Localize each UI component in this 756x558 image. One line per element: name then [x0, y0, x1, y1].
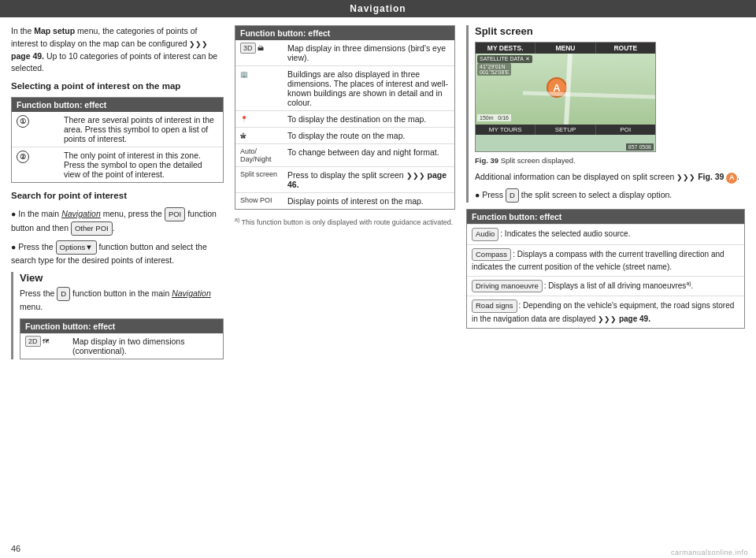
poi-row2-icon: ②: [12, 147, 59, 183]
options-button[interactable]: Options▼: [56, 240, 97, 255]
nav-route: ROUTE: [596, 43, 655, 54]
view-d-button[interactable]: D: [57, 287, 70, 301]
table-row: 3D 🏔 Map display in three dimensions (bi…: [235, 40, 454, 66]
select-title: Selecting a point of interest on the map: [11, 80, 224, 93]
table-row: 🏢 Buildings are also displayed in three …: [235, 66, 454, 111]
nav-setup: SETUP: [536, 125, 595, 135]
col-left: In the Map setup menu, the categories of…: [11, 25, 224, 550]
mid-route-text: To display the route on the map.: [283, 128, 454, 144]
table-row: ② The only point of interest in this zon…: [12, 147, 223, 183]
compass-label: Compass: [472, 248, 511, 261]
func-row-driving: Driving manoeuvre: Displays a list of al…: [467, 276, 744, 296]
nav-top-bar: MY DESTS. MENU ROUTE: [476, 43, 655, 54]
mid-split-label: Split screen: [235, 167, 283, 193]
fig-caption: Fig. 39 Split screen displayed.: [475, 155, 745, 166]
mid-dest-text: To display the destination on the map.: [283, 111, 454, 128]
func-box-view: Function button: effect 2D 🗺 Map display…: [20, 318, 224, 359]
mid-3d-label: 3D 🏔: [235, 40, 283, 66]
table-row: 2D 🗺 Map display in two dimensions (conv…: [20, 333, 223, 359]
poi-row2-text: The only point of interest in this zone.…: [59, 147, 223, 183]
col-mid: Function button: effect 3D 🏔 Map display…: [235, 25, 455, 550]
top-bar-title: Navigation: [350, 3, 406, 14]
poi-row1-text: There are several points of interest in …: [59, 112, 223, 147]
view-section: View Press the D function button in the …: [11, 272, 224, 359]
func-box-view-title: Function button: effect: [20, 319, 223, 333]
poi-button[interactable]: POI: [165, 207, 185, 221]
poi-table: ① There are several points of interest i…: [12, 112, 223, 182]
audio-label: Audio: [472, 228, 498, 240]
press-text: ● Press D the split screen to select a d…: [475, 188, 745, 203]
func-box-mid: Function button: effect 3D 🏔 Map display…: [235, 25, 455, 210]
mid-poi-text: Display points of interest on the map.: [283, 193, 454, 210]
search-title: Search for point of interest: [11, 189, 224, 203]
nav-menu: MENU: [536, 43, 595, 54]
nav-fig-badge: 857 0508: [626, 143, 654, 151]
add-info-text: Additional information can be displayed …: [475, 171, 745, 184]
func-box-mid-title: Function button: effect: [235, 26, 454, 40]
mid-3db-text: Buildings are also displayed in three di…: [283, 66, 454, 111]
nav-map-area: SATELLITE DATA ✕ 41°29'01N001°52'08'E A …: [476, 54, 655, 125]
mid-poi-label: Show POI: [235, 193, 283, 210]
view-2d-text: Map display in two dimensions (conventio…: [68, 333, 223, 359]
col-right: Split screen MY DESTS. MENU ROUTE SATELL…: [466, 25, 745, 550]
view-table: 2D 🗺 Map display in two dimensions (conv…: [20, 333, 223, 359]
func-box-poi-title: Function button: effect: [12, 98, 223, 112]
mid-table: 3D 🏔 Map display in three dimensions (bi…: [235, 40, 454, 209]
func-row-compass: Compass: Displays a compass with the cur…: [467, 244, 744, 276]
search-bullet2: ● Press the Options▼ function button and…: [11, 240, 224, 267]
other-poi-button[interactable]: Other POI: [71, 221, 113, 236]
table-row: Split screen Press to display the split …: [235, 167, 454, 193]
table-row: Show POI Display points of interest on t…: [235, 193, 454, 210]
page-number: 46: [11, 544, 20, 553]
mid-3d-text: Map display in three dimensions (bird's …: [283, 40, 454, 66]
mid-route-icon: 🛣: [235, 128, 283, 144]
mid-auto-label: Auto/Day/Night: [235, 144, 283, 167]
split-section: Split screen MY DESTS. MENU ROUTE SATELL…: [466, 25, 745, 203]
road-label: Road signs: [472, 299, 517, 312]
func-row-road: Road signs: Depending on the vehicle's e…: [467, 296, 744, 328]
driving-label: Driving manoeuvre: [472, 280, 543, 292]
mid-split-text: Press to display the split screen ❯❯❯ pa…: [283, 167, 454, 193]
press-d-button[interactable]: D: [506, 188, 519, 203]
page: Navigation In the Map setup menu, the ca…: [0, 0, 756, 558]
nav-poi: POI: [596, 125, 655, 135]
nav-dist: 150m 0/16: [477, 114, 511, 121]
table-row: ① There are several points of interest i…: [12, 112, 223, 147]
watermark: carmanualsonline.info: [671, 549, 748, 556]
mid-3db-icon: 🏢: [235, 66, 283, 111]
nav-mydests: MY DESTS.: [476, 43, 536, 54]
func-box-right-title: Function button: effect: [467, 210, 744, 224]
split-title: Split screen: [475, 25, 745, 37]
top-bar: Navigation: [0, 0, 756, 17]
mid-auto-text: To change between day and night format.: [283, 144, 454, 167]
mid-footnote: a) This function button is only displaye…: [235, 216, 455, 229]
view-2d-label: 2D 🗺: [20, 333, 68, 359]
func-box-right: Function button: effect Audio: Indicates…: [466, 209, 745, 329]
func-box-poi: Function button: effect ① There are seve…: [11, 97, 224, 183]
nav-mytours: MY TOURS: [476, 125, 536, 135]
table-row: Auto/Day/Night To change between day and…: [235, 144, 454, 167]
nav-image: MY DESTS. MENU ROUTE SATELLITE DATA ✕ 41…: [475, 42, 656, 152]
svg-line-1: [523, 93, 655, 97]
content: In the Map setup menu, the categories of…: [0, 17, 756, 558]
table-row: 🛣 To display the route on the map.: [235, 128, 454, 144]
view-text: Press the D function button in the main …: [20, 287, 224, 314]
svg-line-0: [566, 54, 570, 125]
nav-bottom-bar: MY TOURS SETUP POI: [476, 125, 655, 135]
table-row: 📍 To display the destination on the map.: [235, 111, 454, 128]
func-row-audio: Audio: Indicates the selected audio sour…: [467, 224, 744, 244]
search-bullet1: ● In the main Navigation menu, press the…: [11, 207, 224, 236]
view-title: View: [20, 272, 224, 284]
poi-row1-icon: ①: [12, 112, 59, 147]
intro-text: In the Map setup menu, the categories of…: [11, 25, 224, 75]
mid-dest-icon: 📍: [235, 111, 283, 128]
